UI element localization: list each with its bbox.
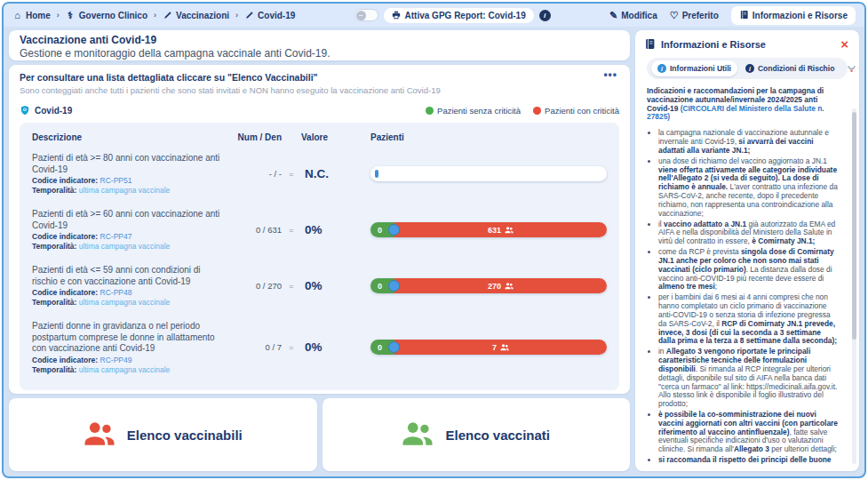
- indicators-table: Descrizione Num / Den Valore Pazienti Pa…: [20, 123, 619, 390]
- nav-action-label: Modifica: [621, 11, 657, 20]
- informazioni-e-risorse-button[interactable]: Informazioni e Risorse: [731, 6, 856, 25]
- elenco-vaccinati-card[interactable]: Elenco vaccinati: [323, 398, 631, 471]
- temporality-link[interactable]: ultima campagna vaccinale: [79, 298, 171, 307]
- modifica-button[interactable]: ✎Modifica: [609, 11, 657, 20]
- book-icon: [644, 38, 656, 50]
- breadcrumb-item-governo-clinico[interactable]: ⚕Governo Clinico: [66, 11, 147, 20]
- code-label: Codice indicatore:: [32, 232, 98, 241]
- info-bullet: in Allegato 3 vengono riportate le princ…: [658, 348, 840, 409]
- tab-informazioni-utili[interactable]: iInformazioni Utili: [651, 60, 737, 76]
- gpg-logo-prefix: GPG: [858, 64, 859, 73]
- preferito-button[interactable]: ♡Preferito: [670, 11, 719, 20]
- patients-bar[interactable]: [370, 166, 607, 181]
- action-card-label: Elenco vaccinati: [445, 428, 550, 443]
- indicator-description: Pazienti di età >= 60 anni con vaccinazi…: [32, 209, 225, 231]
- equals-sign: =: [285, 226, 298, 235]
- breadcrumb-label: Governo Clinico: [79, 11, 147, 20]
- page-title: Vaccinazione anti Covid-19: [20, 34, 619, 46]
- breadcrumb-item-vaccinazioni[interactable]: Vaccinazioni: [163, 11, 229, 20]
- info-bullet: è possibile la co-somministrazione dei n…: [658, 411, 840, 454]
- people-icon: [500, 343, 509, 352]
- temporality-link[interactable]: ultima campagna vaccinale: [79, 365, 171, 374]
- toggle-knob-icon: –: [356, 11, 366, 20]
- breadcrumb-item-home[interactable]: ⌂Home: [12, 11, 51, 20]
- syringe-icon: [244, 11, 254, 20]
- temporality-link[interactable]: ultima campagna vaccinale: [79, 186, 171, 195]
- top-navbar: ⌂Home›⚕Governo Clinico›Vaccinazioni›Covi…: [4, 4, 864, 27]
- covid-section-label: Covid-19: [20, 105, 72, 116]
- gpg-report-label: Attiva GPG Report: Covid-19: [405, 11, 526, 20]
- temporality-link[interactable]: ultima campagna vaccinale: [79, 242, 171, 251]
- indicator-value: 0%: [301, 223, 362, 236]
- bar-handle-icon[interactable]: [388, 280, 400, 292]
- tab-label: Condizioni di Rischio: [758, 64, 834, 73]
- code-label: Codice indicatore:: [32, 288, 98, 297]
- info-circle-icon: i: [657, 64, 666, 73]
- elenco-vaccinabili-card[interactable]: Elenco vaccinabili: [9, 398, 317, 471]
- bar-red-segment: 631: [394, 222, 607, 237]
- col-pazienti: Pazienti: [365, 132, 607, 142]
- breadcrumb-label: Covid-19: [258, 11, 295, 20]
- breadcrumb-item-covid-19[interactable]: Covid-19: [244, 11, 295, 20]
- table-header: Descrizione Num / Den Valore Pazienti: [32, 126, 607, 146]
- close-icon[interactable]: ×: [840, 37, 850, 51]
- tab-condizioni-di-rischio[interactable]: iCondizioni di Rischio: [739, 60, 840, 76]
- main-content: Vaccinazione anti Covid-19 Gestione e mo…: [4, 27, 864, 476]
- equals-sign: =: [285, 170, 298, 179]
- patients-bar[interactable]: 0 631: [370, 222, 607, 237]
- breadcrumb-separator-icon: ›: [154, 11, 156, 20]
- info-bullet: la campagna nazionale di vaccinazione au…: [658, 129, 840, 155]
- book-icon: [739, 10, 749, 21]
- scrollbar-track[interactable]: [852, 108, 856, 464]
- temporality-label: Temporalità:: [32, 242, 76, 251]
- info-icon[interactable]: i: [539, 10, 551, 21]
- indicator-code-link[interactable]: RC-PP48: [100, 288, 132, 297]
- gpg-report-toggle[interactable]: –: [354, 9, 378, 21]
- syringe-icon: [163, 11, 172, 20]
- bar-handle-icon[interactable]: [388, 224, 400, 236]
- indicator-code-link[interactable]: RC-PP47: [100, 232, 132, 241]
- bar-empty-marker-icon: [375, 170, 378, 178]
- tab-label: Informazioni Utili: [670, 64, 731, 73]
- info-panel-header: Informazioni e Risorse ×: [644, 37, 850, 51]
- gpgtutor-logo-icon: [847, 64, 856, 74]
- stethoscope-icon: ⚕: [66, 11, 76, 20]
- home-icon: ⌂: [12, 11, 22, 20]
- patients-bar[interactable]: 0 7: [370, 340, 607, 355]
- code-label: Codice indicatore:: [32, 176, 98, 185]
- indicator-value: N.C.: [301, 167, 362, 180]
- info-bullet: si raccomanda il rispetto dei principi d…: [658, 456, 840, 464]
- table-row: Pazienti donne in gravidanza o nel perio…: [32, 314, 607, 381]
- app-window: ⌂Home›⚕Governo Clinico›Vaccinazioni›Covi…: [2, 2, 866, 478]
- indicator-code-link[interactable]: RC-PP49: [100, 356, 132, 364]
- legend: Pazienti senza criticitàPazienti con cri…: [426, 106, 619, 116]
- scrollbar-thumb[interactable]: [852, 112, 856, 340]
- indicator-code-link[interactable]: RC-PP51: [100, 176, 132, 185]
- pencil-icon: ✎: [609, 11, 617, 20]
- legend-item: Pazienti senza criticità: [426, 106, 521, 116]
- info-circle-icon: i: [745, 64, 754, 73]
- info-bullet: una dose di richiamo del vaccino aggiorn…: [658, 157, 840, 219]
- people-icon: [505, 282, 514, 291]
- col-numden: Num / Den: [228, 132, 282, 142]
- navbar-center: – Attiva GPG Report: Covid-19 i: [295, 8, 609, 23]
- col-descrizione: Descrizione: [32, 132, 225, 142]
- people-icon: [505, 226, 514, 235]
- patients-bar[interactable]: 0 270: [370, 278, 607, 293]
- bar-red-segment: 270: [394, 278, 607, 293]
- action-cards: Elenco vaccinabiliElenco vaccinati: [9, 398, 630, 471]
- tab-gpgtutor[interactable]: GPGTutor: [842, 61, 859, 76]
- code-label: Codice indicatore:: [32, 356, 98, 364]
- bar-red-segment: 7: [394, 340, 607, 355]
- printer-icon: [392, 11, 401, 20]
- gpg-report-pill[interactable]: Attiva GPG Report: Covid-19: [384, 8, 534, 23]
- legend-item: Pazienti con criticità: [533, 106, 619, 116]
- breadcrumb: ⌂Home›⚕Governo Clinico›Vaccinazioni›Covi…: [12, 11, 295, 20]
- temporality-label: Temporalità:: [32, 186, 76, 195]
- info-bullet: il vaccino adattato a JN.1 già autorizza…: [658, 220, 840, 246]
- legend-dot-icon: [426, 107, 434, 115]
- people-icon: [84, 419, 115, 451]
- nav-action-label: Preferito: [682, 11, 719, 20]
- more-menu-icon[interactable]: •••: [603, 68, 617, 81]
- section-row: Covid-19 Pazienti senza criticitàPazient…: [20, 105, 619, 116]
